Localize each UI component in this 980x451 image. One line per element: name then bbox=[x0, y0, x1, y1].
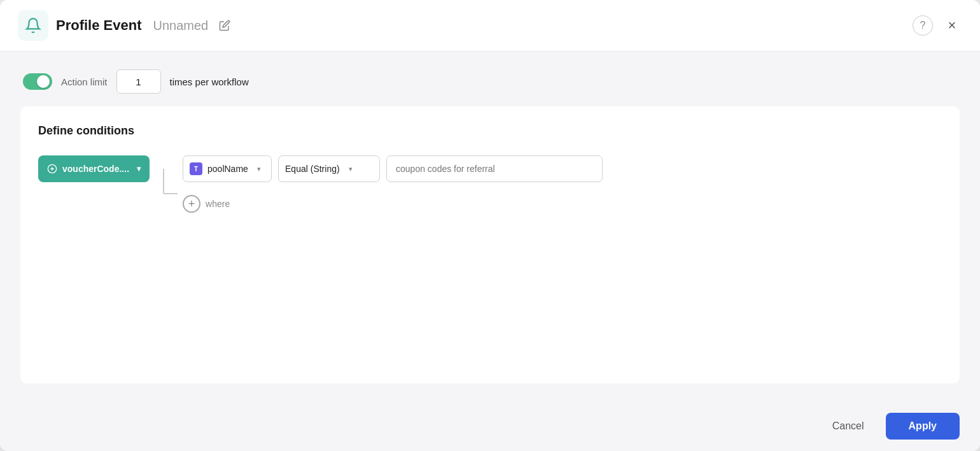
field-type-icon: T bbox=[190, 162, 202, 175]
bell-icon bbox=[25, 17, 41, 34]
voucher-icon bbox=[47, 164, 57, 174]
operator-select[interactable]: Equal (String) ▾ bbox=[278, 155, 380, 182]
close-button[interactable]: × bbox=[942, 15, 962, 36]
edit-button[interactable] bbox=[216, 17, 234, 34]
add-where-button[interactable]: + bbox=[183, 195, 200, 213]
where-label: where bbox=[206, 199, 230, 209]
action-limit-label: Action limit bbox=[61, 76, 108, 87]
cancel-button[interactable]: Cancel bbox=[820, 414, 877, 438]
voucher-code-button[interactable]: voucherCode.... ▾ bbox=[38, 155, 150, 182]
header-subtitle: Unnamed bbox=[153, 18, 208, 33]
footer: Cancel Apply bbox=[0, 401, 980, 451]
conditions-title: Define conditions bbox=[38, 124, 942, 138]
action-limit-input[interactable] bbox=[116, 69, 161, 94]
condition-row-1: T poolName ▾ Equal (String) ▾ bbox=[183, 155, 603, 182]
action-limit-toggle[interactable] bbox=[23, 73, 52, 90]
voucher-btn-label: voucherCode.... bbox=[62, 164, 129, 174]
action-limit-row: Action limit times per workflow bbox=[20, 69, 960, 94]
value-input[interactable] bbox=[386, 155, 603, 182]
voucher-chevron-icon: ▾ bbox=[137, 164, 141, 173]
field-label: poolName bbox=[207, 164, 248, 174]
times-per-workflow-label: times per workflow bbox=[170, 76, 249, 87]
header-icon-box bbox=[18, 10, 48, 41]
condition-area: voucherCode.... ▾ bbox=[38, 155, 942, 213]
field-select[interactable]: T poolName ▾ bbox=[183, 155, 272, 182]
help-button[interactable]: ? bbox=[913, 15, 933, 36]
conditions-card: Define conditions voucherCode.... ▾ bbox=[20, 106, 960, 383]
field-chevron-icon: ▾ bbox=[257, 165, 261, 173]
header-title: Profile Event bbox=[56, 17, 141, 34]
where-row: + where bbox=[183, 195, 603, 213]
operator-label: Equal (String) bbox=[285, 164, 340, 174]
operator-chevron-icon: ▾ bbox=[349, 165, 353, 173]
header: Profile Event Unnamed ? × bbox=[0, 0, 980, 52]
header-actions: ? × bbox=[913, 15, 962, 36]
apply-button[interactable]: Apply bbox=[886, 413, 960, 440]
condition-fields: T poolName ▾ Equal (String) ▾ bbox=[183, 155, 603, 213]
modal-container: Profile Event Unnamed ? × Action limit t… bbox=[0, 0, 980, 451]
tree-connector bbox=[150, 155, 178, 213]
body: Action limit times per workflow Define c… bbox=[0, 52, 980, 401]
